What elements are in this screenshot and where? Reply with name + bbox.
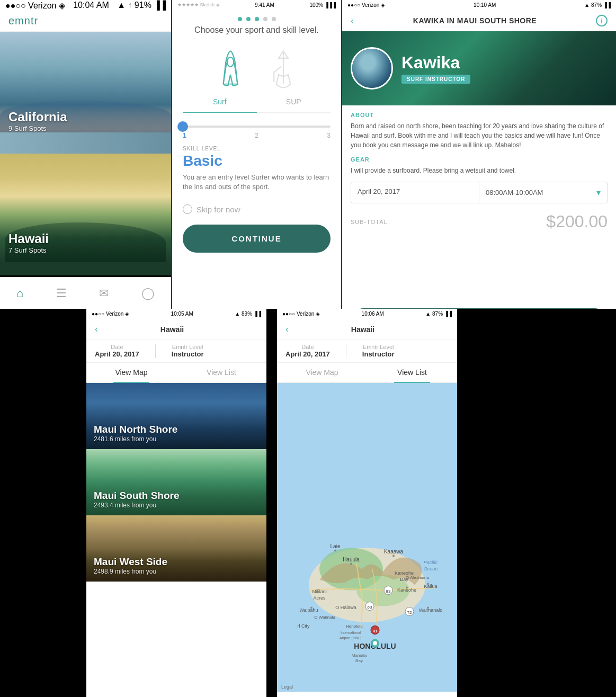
filter-date-value-5: April 20, 2017 [285,350,330,358]
view-map-tab-5[interactable]: View Map [277,363,367,382]
svg-point-0 [227,57,233,67]
status-center-5: 10:06 AM [362,311,384,317]
bottom-right-spacer [457,309,616,697]
avatar [351,47,393,90]
svg-text:Waimanalo: Waimanalo [419,607,443,613]
location-list: Maui North Shore 2481.6 miles from you M… [86,383,266,582]
status-bar-1: ●●○○ Verizon ◈ 10:04 AM ▲ ↑ 91% ▐▐ [0,0,171,11]
west-side-name: Maui West Side [94,556,167,568]
slider-thumb[interactable] [177,121,188,132]
screen-map: ●●○○ Verizon ◈ 10:06 AM ▲ 87% ▐▐ ‹ Hawai… [277,309,457,697]
sport-tabs: Surf SUP [183,93,331,113]
booking-time[interactable]: 08:00AM-10:00AM ▾ [479,182,607,203]
south-shore-dist: 2493.4 miles from you [94,502,180,509]
west-side-text: Maui West Side 2498.9 miles from you [94,556,167,575]
instructor-hero: Kawika SURF INSTRUCTOR [342,31,616,105]
status-right-5: ▲ 87% ▐▐ [425,311,452,317]
california-card[interactable]: California 9 Surf Spots [0,32,171,154]
instructor-name: Kawika [401,53,470,73]
svg-text:Honolulu: Honolulu [346,624,363,629]
chevron-down-icon: ▾ [596,187,601,198]
location-card-south-shore[interactable]: Maui South Shore 2493.4 miles from you [86,449,266,515]
skip-option[interactable]: Skip for now [172,200,341,218]
sup-tab[interactable]: SUP [257,93,331,112]
svg-text:Pacific: Pacific [424,560,438,565]
south-shore-name: Maui South Shore [94,490,180,502]
view-map-tab-4[interactable]: View Map [86,363,176,382]
status-center-3: 10:10 AM [474,2,496,8]
surf-tab[interactable]: Surf [183,93,257,112]
about-text: Born and raised on north shore, been tea… [351,121,608,150]
skill-level-desc: You are an entry level Surfer who wants … [172,173,341,200]
svg-point-24 [392,555,395,557]
tab-bar: ⌂ ☰ ✉ ◯ [0,277,171,309]
svg-text:Acres: Acres [313,595,326,601]
filter-level-value-5: Instructor [362,350,395,358]
dot-2 [246,17,251,21]
view-tabs-5: View Map View List [277,363,457,383]
map-legal-text[interactable]: Legal [281,684,293,690]
map-container[interactable]: 83 63 72 H1 Laie Hauula Kaaawa Mililani … [277,383,457,692]
sketch-status: ★★★★★ Sketch ◈ [177,2,220,8]
back-arrow-5-icon[interactable]: ‹ [285,324,289,335]
filter-level-label-5: Emntr Level [362,344,395,350]
tab-menu-icon[interactable]: ☰ [56,287,67,300]
tab-profile-icon[interactable]: ◯ [141,287,155,300]
status-bar-2: ★★★★★ Sketch ◈ 9:41 AM 100% ▐▐▐ [172,0,341,11]
screen-sport-skill: ★★★★★ Sketch ◈ 9:41 AM 100% ▐▐▐ Choose y… [171,0,342,309]
dot-3 [255,17,259,21]
filter-divider-5 [346,344,346,358]
subtotal-amount: $200.00 [546,212,608,231]
instructor-info: Kawika SURF INSTRUCTOR [401,53,470,84]
svg-text:Bay: Bay [355,658,363,663]
location-card-west-side[interactable]: Maui West Side 2498.9 miles from you [86,515,266,582]
svg-point-33 [406,587,408,589]
booking-row: April 20, 2017 08:00AM-10:00AM ▾ [351,182,608,203]
hawaii-card[interactable]: Hawaii 7 Surf Spots [0,154,171,275]
svg-text:Airport (HNL): Airport (HNL) [340,636,361,640]
svg-point-46 [373,641,377,646]
svg-text:O Waimalu: O Waimalu [314,615,335,620]
continue-button[interactable]: CONTINUE [183,225,331,253]
info-icon[interactable]: i [596,15,608,26]
location-card-north-shore[interactable]: Maui North Shore 2481.6 miles from you [86,383,266,449]
tab-home-icon[interactable]: ⌂ [16,287,23,300]
svg-text:H1: H1 [373,629,378,633]
skill-slider-container: 1 2 3 [172,113,341,141]
status-bar-4: ●●○○ Verizon ◈ 10:05 AM ▲ 89% ▐▐ [86,309,266,319]
skip-label: Skip for now [197,205,240,214]
svg-point-20 [334,550,336,552]
status-center-1: 10:04 AM [73,1,109,10]
hawaii-bg [0,154,171,275]
filter-divider-4 [155,344,156,358]
view-list-tab-4[interactable]: View List [176,363,266,382]
view-list-tab-5[interactable]: View List [367,363,457,382]
status-left-1: ●●○○ Verizon ◈ [5,1,65,11]
back-arrow-icon[interactable]: ‹ [351,15,354,26]
west-side-dist: 2498.9 miles from you [94,568,167,575]
back-arrow-4-icon[interactable]: ‹ [95,324,98,335]
svg-text:O Halawa: O Halawa [335,605,356,610]
skip-radio[interactable] [183,204,192,214]
instructor-body: ABOUT Born and raised on north shore, be… [342,105,616,305]
gear-text: I will provide a surfboard. Please bring… [351,166,608,175]
screen4-nav: ‹ Hawaii [86,319,266,339]
california-title: California [8,110,67,124]
svg-text:O Ahuimanu: O Ahuimanu [406,575,429,580]
tab-mail-icon[interactable]: ✉ [99,287,109,300]
status-left-3: ●●○○ Verizon ◈ [347,2,385,8]
filter-date-value-4: April 20, 2017 [95,350,139,358]
filter-date-4: Date April 20, 2017 [95,344,139,358]
screen-list: ●●○○ Verizon ◈ 10:05 AM ▲ 89% ▐▐ ‹ Hawai… [86,309,266,697]
screen3-nav: ‹ KAWIKA IN MAUI SOUTH SHORE i [342,11,616,31]
slider-track[interactable] [183,126,331,128]
status-right-3: ▲ 87% ▐▐ [584,2,611,8]
booking-date[interactable]: April 20, 2017 [351,182,479,203]
screen4-nav-title: Hawaii [160,325,184,334]
bottom-middle-spacer [266,309,277,697]
svg-text:Kailua: Kailua [424,584,437,589]
progress-dots [172,11,341,25]
filter-row-4: Date April 20, 2017 Emntr Level Instruct… [86,339,266,363]
slider-labels: 1 2 3 [183,132,331,139]
dot-4 [263,17,267,21]
